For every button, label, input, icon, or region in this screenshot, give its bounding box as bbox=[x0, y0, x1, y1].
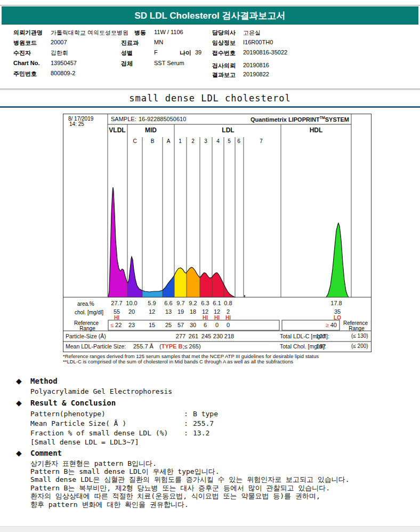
flag-hi: HI bbox=[114, 315, 119, 321]
field-value: 39 bbox=[195, 49, 201, 55]
chol-value: 19 bbox=[177, 308, 184, 315]
section-underline bbox=[0, 106, 420, 108]
brand-logo: Quantimetrix LIPOPRINTTMSYSTEM bbox=[251, 116, 349, 123]
report-header: SD LDL Cholesterol 검사결과보고서 bbox=[2, 6, 418, 25]
chol-value: 12 bbox=[149, 308, 155, 315]
mean-size-label: Mean LDL-Particle Size: bbox=[66, 343, 126, 350]
field-value: 20190816-35022 bbox=[243, 49, 287, 55]
result-row-sep: : bbox=[184, 419, 188, 427]
flag-hi: HI bbox=[225, 315, 231, 321]
area-value: 9.2 bbox=[189, 300, 197, 306]
result-row-sep: : bbox=[184, 429, 188, 437]
field-value: SST Serum bbox=[154, 60, 184, 66]
flag-lo: LO bbox=[334, 315, 341, 321]
method-body: Polyacrylamide Gel Electrophoresis bbox=[30, 387, 172, 395]
band-label: 7 bbox=[260, 138, 263, 144]
field-value: 20007 bbox=[51, 39, 67, 45]
lane-label-hdl: HDL bbox=[310, 126, 323, 134]
field-value: 20190816 bbox=[243, 62, 269, 68]
particle-size-value: 230 bbox=[213, 333, 223, 339]
mean-size-type: (TYPE B;≤ 265) bbox=[159, 343, 201, 350]
comment-heading: Comment bbox=[30, 449, 62, 457]
result-row-label: Pattern(phenotype) bbox=[30, 410, 106, 418]
result-row-value: 13.2 bbox=[193, 429, 209, 437]
field-value: 김한휘 bbox=[51, 49, 68, 57]
field-label: 검사의뢰 bbox=[212, 62, 236, 70]
field-value: I16R00TH0 bbox=[243, 39, 273, 45]
area-value: 27.7 bbox=[111, 300, 122, 306]
diamond-bullet-icon: ◆ bbox=[16, 399, 22, 407]
field-label: 접수번호 bbox=[212, 49, 236, 57]
particle-size-value: 218 bbox=[224, 333, 234, 339]
chol-value: 12 bbox=[214, 308, 220, 315]
footnote-2: **LDL-C is comprised of the sum of chole… bbox=[63, 359, 293, 364]
field-value: 20190822 bbox=[243, 71, 269, 77]
area-value: 0.8 bbox=[224, 300, 232, 306]
ref-range-label-right-line2: Range bbox=[349, 325, 364, 331]
band-label: C bbox=[133, 138, 136, 144]
lane-label-ldl: LDL bbox=[222, 126, 234, 134]
chol-row-label: chol. [mg/dl] bbox=[75, 309, 103, 315]
band-label: 1 bbox=[179, 138, 182, 144]
ref-value: 0 bbox=[215, 322, 219, 328]
area-value-hdl: 17.8 bbox=[330, 300, 342, 306]
ref-value: 23 bbox=[128, 322, 135, 328]
field-label: 병원코드 bbox=[13, 39, 37, 47]
result-row-value: B type bbox=[193, 410, 218, 418]
chol-value: 12 bbox=[202, 308, 208, 315]
area-value: 6.1 bbox=[213, 300, 221, 306]
ref-high: ≥ 40 bbox=[326, 322, 337, 328]
particle-size-value: 245 bbox=[201, 333, 211, 339]
band-label: 3 bbox=[204, 138, 207, 144]
chol-value: 18 bbox=[190, 308, 196, 315]
total-chol-ref: (≤ 200) bbox=[351, 343, 368, 349]
diamond-bullet-icon: ◆ bbox=[16, 377, 22, 385]
field-value: 11W / 1106 bbox=[154, 29, 183, 35]
chol-value-hdl: 35 bbox=[334, 308, 341, 315]
comment-line: 향후 pattern 변화에 대한 확인을 권유합니다. bbox=[30, 500, 189, 510]
result-note: [Small dense LDL = LDL3~7] bbox=[30, 438, 139, 446]
field-label: 검체 bbox=[121, 60, 133, 68]
total-ldl-value: 107 bbox=[316, 333, 326, 339]
band-label: 4 bbox=[216, 138, 220, 144]
particle-size-value: 261 bbox=[189, 333, 198, 339]
particle-size-value: 277 bbox=[176, 333, 185, 339]
field-value: MN bbox=[154, 39, 163, 45]
field-label: 임상정보 bbox=[212, 39, 236, 47]
field-label: 성별 bbox=[121, 49, 133, 57]
ref-value: 57 bbox=[177, 322, 184, 328]
ref-range-label-line2: Range bbox=[79, 325, 95, 331]
area-value: 5.9 bbox=[148, 300, 156, 306]
particle-size-label: Particle-Size (Å) bbox=[66, 333, 106, 339]
band-label: 6 bbox=[237, 138, 240, 144]
band-label: 5 bbox=[228, 138, 231, 144]
section-divider bbox=[0, 89, 420, 90]
field-label: 결과보고 bbox=[212, 71, 236, 79]
field-value: 고은실 bbox=[243, 29, 261, 37]
lipoprint-chart: 8/ 17/2019 14: 25 SAMPLE: 16-92288505061… bbox=[63, 114, 371, 352]
ref-value: 15 bbox=[149, 322, 155, 328]
flag-hi: HI bbox=[214, 315, 220, 321]
band-label: B bbox=[151, 138, 155, 144]
field-label: 나이 bbox=[180, 49, 191, 57]
result-row-sep: : bbox=[184, 410, 188, 418]
field-value: F bbox=[154, 49, 158, 55]
field-label: 담당의사 bbox=[212, 29, 236, 37]
top-divider bbox=[0, 5, 420, 6]
section-title: small dense LDL cholesterol bbox=[129, 93, 290, 104]
ref-low: ≤ 22 bbox=[110, 322, 122, 328]
chol-value: 55 bbox=[114, 308, 120, 315]
field-label: Chart No. bbox=[13, 60, 40, 66]
scan-time: 14: 25 bbox=[69, 121, 84, 127]
band-label: A bbox=[167, 138, 171, 144]
bottom-band bbox=[0, 526, 420, 532]
area-row-label: area.% bbox=[77, 301, 94, 307]
method-heading: Method bbox=[30, 377, 58, 385]
total-ldl-ref: (≤ 130) bbox=[351, 333, 368, 339]
report-page: SD LDL Cholesterol 검사결과보고서 의뢰기관명 가톨릭대학교 … bbox=[0, 0, 420, 532]
sample-label: SAMPLE: bbox=[111, 116, 136, 122]
band-label: 2 bbox=[191, 138, 195, 144]
result-heading: Result & Conclusion bbox=[30, 399, 116, 407]
area-value: 6.6 bbox=[164, 300, 172, 306]
ref-value: 25 bbox=[165, 322, 172, 328]
